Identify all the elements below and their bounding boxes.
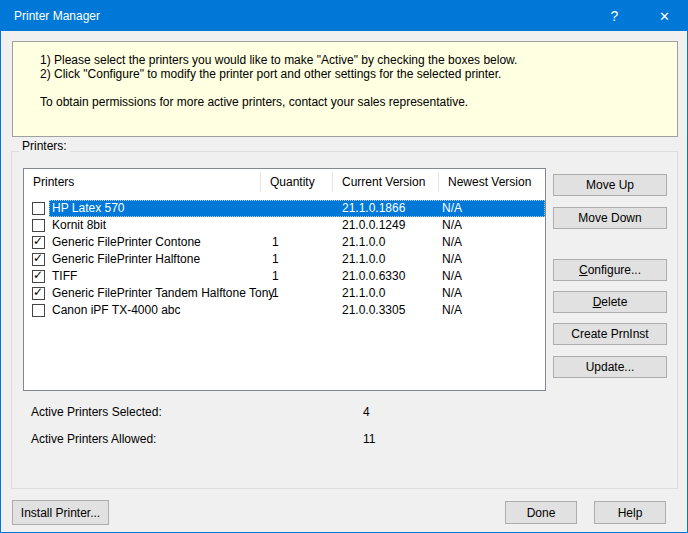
active-printers-allowed-label: Active Printers Allowed: xyxy=(31,432,156,446)
printer-name: HP Latex 570 xyxy=(52,200,125,217)
printer-name: Kornit 8bit xyxy=(52,217,106,234)
printer-name: Canon iPF TX-4000 abc xyxy=(52,302,181,319)
printer-checkbox[interactable]: ✓ xyxy=(32,270,45,283)
instruction-line-1: 1) Please select the printers you would … xyxy=(40,53,517,67)
button-label: onfigure... xyxy=(588,263,641,277)
printer-name: TIFF xyxy=(52,268,77,285)
printer-quantity: 1 xyxy=(272,234,279,251)
column-separator xyxy=(260,172,261,192)
done-button[interactable]: Done xyxy=(505,501,577,524)
printer-newest-version: N/A xyxy=(442,217,462,234)
printer-quantity: 1 xyxy=(272,251,279,268)
button-label: Update... xyxy=(586,360,635,374)
printer-name: Generic FilePrinter Halftone xyxy=(52,251,200,268)
delete-button[interactable]: Delete xyxy=(553,291,667,313)
configure-button[interactable]: Configure... xyxy=(553,259,667,281)
table-row[interactable]: ✓ Canon iPF TX-4000 abc 21.0.0.3305 N/A xyxy=(24,302,545,319)
printer-newest-version: N/A xyxy=(442,200,462,217)
printer-current-version: 21.0.0.6330 xyxy=(342,268,405,285)
printer-checkbox[interactable]: ✓ xyxy=(32,202,45,215)
button-label: Move Down xyxy=(578,211,641,225)
active-printers-selected-value: 4 xyxy=(363,405,370,419)
printer-current-version: 21.1.0.0 xyxy=(342,251,385,268)
button-label: D xyxy=(593,295,602,309)
printer-name: Generic FilePrinter Tandem Halftone Tony xyxy=(52,285,274,302)
move-down-button[interactable]: Move Down xyxy=(553,207,667,229)
window-title: Printer Manager xyxy=(14,9,100,23)
printer-quantity: 1 xyxy=(272,268,279,285)
printer-current-version: 21.0.0.3305 xyxy=(342,302,405,319)
column-header-newest-version[interactable]: Newest Version xyxy=(448,169,531,195)
checkmark-icon: ✓ xyxy=(33,286,43,299)
printer-name: Generic FilePrinter Contone xyxy=(52,234,201,251)
printer-checkbox[interactable]: ✓ xyxy=(32,219,45,232)
table-row[interactable]: ✓ Generic FilePrinter Halftone 1 21.1.0.… xyxy=(24,251,545,268)
title-bar: Printer Manager ? ✕ xyxy=(1,1,687,31)
table-row[interactable]: ✓ Kornit 8bit 21.0.0.1249 N/A xyxy=(24,217,545,234)
printer-manager-dialog: Printer Manager ? ✕ 1) Please select the… xyxy=(0,0,688,533)
list-header: Printers Quantity Current Version Newest… xyxy=(24,169,545,195)
active-printers-selected-label: Active Printers Selected: xyxy=(31,405,162,419)
printer-quantity: 1 xyxy=(272,285,279,302)
column-separator xyxy=(332,172,333,192)
button-label: elete xyxy=(601,295,627,309)
button-label: C xyxy=(579,263,588,277)
printer-checkbox[interactable]: ✓ xyxy=(32,253,45,266)
instruction-line-3: To obtain permissions for more active pr… xyxy=(40,95,468,109)
printer-current-version: 21.0.0.1249 xyxy=(342,217,405,234)
printer-newest-version: N/A xyxy=(442,268,462,285)
printer-newest-version: N/A xyxy=(442,285,462,302)
instructions-panel: 1) Please select the printers you would … xyxy=(12,41,678,137)
instruction-line-2: 2) Click "Configure" to modify the print… xyxy=(40,67,501,81)
column-header-printers[interactable]: Printers xyxy=(33,169,74,195)
button-label: Move Up xyxy=(586,178,634,192)
help-icon[interactable]: ? xyxy=(592,1,637,31)
column-separator xyxy=(438,172,439,192)
update-button[interactable]: Update... xyxy=(553,356,667,378)
printer-checkbox[interactable]: ✓ xyxy=(32,287,45,300)
checkmark-icon: ✓ xyxy=(33,235,43,248)
button-label: Create PrnInst xyxy=(571,327,648,341)
printer-newest-version: N/A xyxy=(442,302,462,319)
active-printers-allowed-value: 11 xyxy=(363,432,375,446)
close-icon[interactable]: ✕ xyxy=(642,1,687,31)
printer-list[interactable]: Printers Quantity Current Version Newest… xyxy=(23,168,546,391)
table-row[interactable]: ✓ HP Latex 570 21.1.0.1866 N/A xyxy=(24,200,545,217)
table-row[interactable]: ✓ TIFF 1 21.0.0.6330 N/A xyxy=(24,268,545,285)
move-up-button[interactable]: Move Up xyxy=(553,174,667,196)
checkmark-icon: ✓ xyxy=(33,269,43,282)
printer-newest-version: N/A xyxy=(442,251,462,268)
printer-current-version: 21.1.0.0 xyxy=(342,285,385,302)
table-row[interactable]: ✓ Generic FilePrinter Contone 1 21.1.0.0… xyxy=(24,234,545,251)
table-row[interactable]: ✓ Generic FilePrinter Tandem Halftone To… xyxy=(24,285,545,302)
printers-group-label: Printers: xyxy=(19,139,70,153)
printer-current-version: 21.1.0.1866 xyxy=(342,200,405,217)
checkmark-icon: ✓ xyxy=(33,252,43,265)
printer-newest-version: N/A xyxy=(442,234,462,251)
column-header-current-version[interactable]: Current Version xyxy=(342,169,425,195)
help-button[interactable]: Help xyxy=(594,501,666,524)
column-header-quantity[interactable]: Quantity xyxy=(270,169,315,195)
printer-checkbox[interactable]: ✓ xyxy=(32,236,45,249)
create-prninst-button[interactable]: Create PrnInst xyxy=(553,323,667,345)
printer-current-version: 21.1.0.0 xyxy=(342,234,385,251)
install-printer-button[interactable]: Install Printer... xyxy=(12,500,109,525)
printer-checkbox[interactable]: ✓ xyxy=(32,304,45,317)
